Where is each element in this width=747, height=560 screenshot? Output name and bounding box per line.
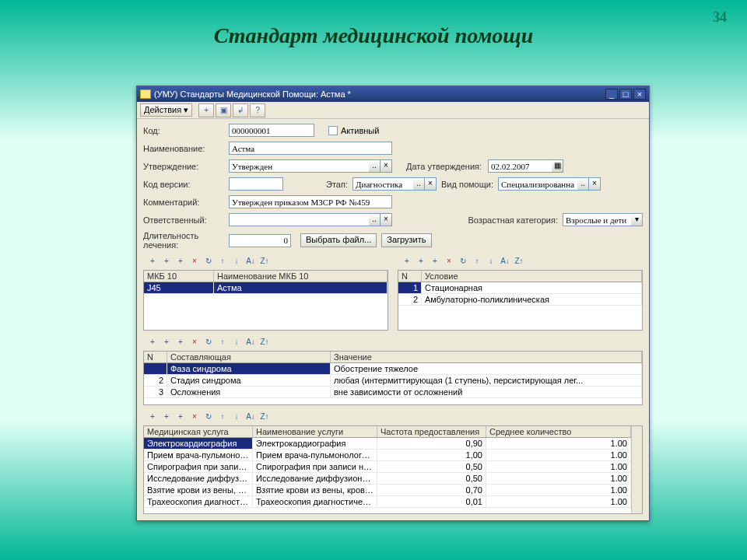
folder-icon [140,89,151,99]
table-row[interactable]: Спирография при записи на авт...Спирогра… [144,461,631,473]
panel-toolbar-icon[interactable]: ↑ [216,256,229,268]
titlebar[interactable]: (УМУ) Стандарты Медицинской Помощи: Астм… [137,86,649,102]
panel-toolbar-icon[interactable]: ↻ [202,411,215,424]
dropdown-icon[interactable]: ▾ [631,213,643,226]
col-service-name[interactable]: Наименование услуги [253,426,377,437]
panel-toolbar-icon[interactable]: ↻ [457,256,469,268]
col-value[interactable]: Значение [331,352,642,362]
duration-input[interactable] [229,234,291,247]
maximize-button[interactable]: □ [619,89,632,100]
table-row[interactable]: ЭлектрокардиографияЭлектрокардиография0,… [144,438,631,450]
toolbar-help-icon[interactable]: ? [250,103,265,117]
table-row[interactable]: Взятие крови из вены, кровопу...Взятие к… [144,485,631,496]
panel-toolbar-icon[interactable]: ↓ [230,256,243,268]
table-row[interactable]: Прием врача-пульмонолога п...Прием врача… [144,450,631,461]
conditions-grid[interactable]: N Условие 1Стационарная2Амбулаторно-поли… [398,270,643,331]
comment-input[interactable] [229,195,392,208]
toolbar-action-icon[interactable]: ↲ [233,103,248,117]
panel-toolbar-icon[interactable]: Z↑ [258,337,271,349]
approved-label: Утверждение: [143,162,229,171]
services-grid[interactable]: Медицинская услуга Наименование услуги Ч… [143,425,643,514]
panel-toolbar-icon[interactable]: Z↑ [513,256,525,268]
clear-btn[interactable]: × [425,177,437,191]
approved-input[interactable] [229,159,369,173]
active-checkbox[interactable] [328,126,338,135]
version-input[interactable] [229,177,283,191]
panel-toolbar-icon[interactable]: A↓ [244,411,257,424]
panel-toolbar-icon[interactable]: + [146,337,159,349]
panel-toolbar-icon[interactable]: × [188,411,201,424]
table-row[interactable]: 1Стационарная [398,282,642,294]
select-file-button[interactable]: Выбрать файл... [300,233,377,247]
lookup-btn[interactable]: .. [369,159,381,173]
table-row[interactable]: Трахеоскопия диагностическаяТрахеоскопия… [144,496,631,508]
col-service[interactable]: Медицинская услуга [144,426,253,437]
date-input[interactable] [488,159,552,173]
load-button[interactable]: Загрузить [381,233,431,247]
col-frequency[interactable]: Частота предоставления [377,426,486,437]
table-row[interactable]: Исследование диффузионной с...Исследован… [144,473,631,485]
panel-toolbar-icon[interactable]: + [429,256,441,268]
panel-toolbar-icon[interactable]: Z↑ [258,256,271,268]
panel-toolbar-icon[interactable]: + [174,411,187,424]
panel-toolbar-icon[interactable]: + [160,411,173,424]
panel-toolbar-icon[interactable]: + [401,256,413,268]
stage-input[interactable] [352,177,413,191]
col-avg-qty[interactable]: Среднее количество [486,426,631,437]
panel-toolbar-icon[interactable]: × [188,337,201,349]
name-input[interactable] [229,142,392,155]
panel-toolbar-icon[interactable]: A↓ [499,256,511,268]
panel-toolbar-icon[interactable]: + [415,256,427,268]
lookup-btn[interactable]: .. [577,177,589,191]
panel-toolbar-icon[interactable]: ↑ [216,337,229,349]
col-component[interactable]: Составляющая [167,352,331,362]
table-row[interactable]: 2Стадия синдромалюбая (интермиттирующая … [144,375,642,387]
panel-toolbar-icon[interactable]: × [443,256,455,268]
close-button[interactable]: × [633,89,646,100]
mkb-grid[interactable]: МКБ 10 Наименование МКБ 10 J45Астма [143,270,388,331]
col-n[interactable]: N [398,271,422,282]
responsible-input[interactable] [229,213,369,226]
col-condition[interactable]: Условие [422,271,642,282]
col-mkb10[interactable]: МКБ 10 [144,271,214,282]
stage-label: Этап: [326,180,352,189]
panel-toolbar-icon[interactable]: ↻ [202,256,215,268]
panel-toolbar-icon[interactable]: ↓ [230,337,243,349]
code-input[interactable] [229,124,314,137]
lookup-btn[interactable]: .. [369,213,381,226]
scrollbar[interactable] [631,426,642,513]
toolbar-view-icon[interactable]: ▣ [216,103,231,117]
panel-toolbar-icon[interactable]: ↑ [216,411,229,424]
calendar-icon[interactable]: ▦ [552,159,563,173]
panel-toolbar-icon[interactable]: ↻ [202,337,215,349]
toolbar-add-icon[interactable]: + [198,103,214,117]
panel-toolbar-icon[interactable]: + [174,256,187,268]
panel-toolbar-icon[interactable]: ↓ [485,256,497,268]
lookup-btn[interactable]: .. [413,177,425,191]
col-n[interactable]: N [144,352,167,362]
table-row[interactable]: 3Осложнениявне зависимости от осложнений [144,387,642,398]
panel-toolbar-icon[interactable]: A↓ [244,337,257,349]
panel-toolbar-icon[interactable]: + [160,337,173,349]
col-mkb-name[interactable]: Наименование МКБ 10 [214,271,388,282]
panel-toolbar-icon[interactable]: ↑ [471,256,483,268]
panel-toolbar-icon[interactable]: ↓ [230,411,243,424]
table-row[interactable]: Фаза синдромаОбострение тяжелое [144,363,642,375]
panel-toolbar-icon[interactable]: + [174,337,187,349]
minimize-button[interactable]: _ [605,89,618,100]
panel-toolbar-icon[interactable]: × [188,256,201,268]
care-kind-input[interactable] [498,177,577,191]
clear-btn[interactable]: × [381,213,392,226]
age-cat-input[interactable] [563,213,631,226]
panel-toolbar-icon[interactable]: Z↑ [258,411,271,424]
clear-btn[interactable]: × [589,177,601,191]
clear-btn[interactable]: × [381,159,392,173]
panel-toolbar-icon[interactable]: + [160,256,173,268]
table-row[interactable]: J45Астма [144,282,388,294]
actions-menu[interactable]: Действия ▾ [140,103,192,117]
panel-toolbar-icon[interactable]: A↓ [244,256,257,268]
panel-toolbar-icon[interactable]: + [146,411,159,424]
panel-toolbar-icon[interactable]: + [146,256,159,268]
components-grid[interactable]: N Составляющая Значение Фаза синдромаОбо… [143,351,643,405]
table-row[interactable]: 2Амбулаторно-поликлиническая [398,294,642,306]
